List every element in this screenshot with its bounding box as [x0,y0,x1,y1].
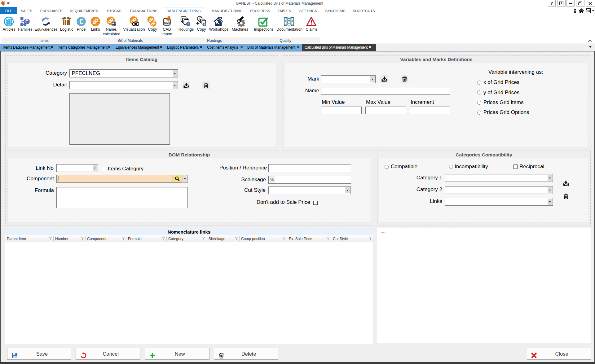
svg-text:€: € [79,17,83,26]
svg-text:CAO: CAO [164,21,170,24]
